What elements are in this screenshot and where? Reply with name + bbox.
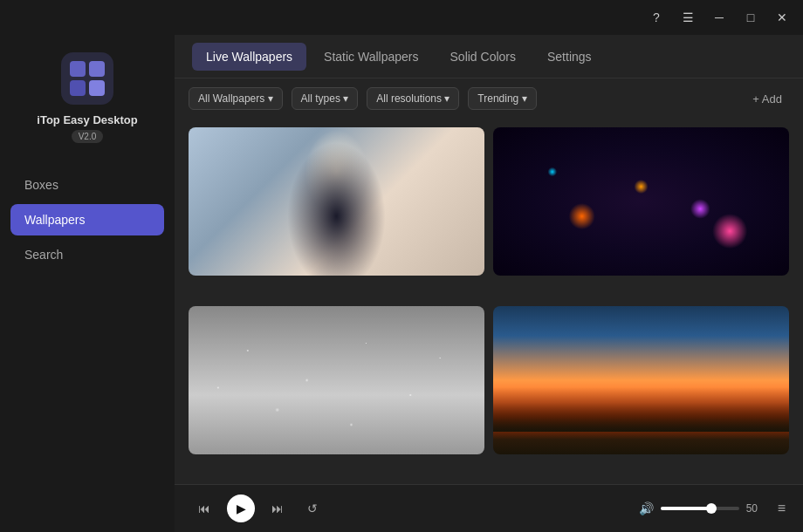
menu-button[interactable]: ☰ xyxy=(674,5,702,30)
logo-cell-1 xyxy=(70,61,86,77)
logo-cell-2 xyxy=(89,61,105,77)
content-area: Live Wallpapers Static Wallpapers Solid … xyxy=(175,35,803,532)
main-layout: iTop Easy Desktop V2.0 Boxes Wallpapers … xyxy=(0,35,803,532)
wallpaper-grid xyxy=(175,119,803,484)
logo-grid xyxy=(70,61,105,96)
repeat-button[interactable]: ↺ xyxy=(300,496,325,521)
logo-cell-3 xyxy=(70,80,86,96)
tabs-bar: Live Wallpapers Static Wallpapers Solid … xyxy=(175,35,803,78)
sidebar-item-search[interactable]: Search xyxy=(10,239,164,270)
volume-thumb xyxy=(706,503,717,514)
add-button[interactable]: + Add xyxy=(745,89,789,109)
app-name: iTop Easy Desktop xyxy=(37,113,137,126)
close-button[interactable]: ✕ xyxy=(768,5,796,30)
tab-static-wallpapers[interactable]: Static Wallpapers xyxy=(310,43,432,71)
version-badge: V2.0 xyxy=(72,130,104,143)
volume-value: 50 xyxy=(746,502,764,515)
app-logo xyxy=(61,52,113,105)
volume-fill xyxy=(661,507,712,510)
logo-cell-4 xyxy=(89,80,105,96)
wallpaper-rain-drops[interactable] xyxy=(189,306,484,454)
sidebar: iTop Easy Desktop V2.0 Boxes Wallpapers … xyxy=(0,35,175,532)
add-label: Add xyxy=(762,92,782,106)
filter-all-resolutions[interactable]: All resolutions ▾ xyxy=(367,87,459,110)
tab-live-wallpapers[interactable]: Live Wallpapers xyxy=(192,43,306,71)
tab-solid-colors[interactable]: Solid Colors xyxy=(436,43,530,71)
play-button[interactable]: ▶ xyxy=(227,494,255,522)
help-button[interactable]: ? xyxy=(642,5,670,30)
wallpaper-sunset-birds[interactable] xyxy=(493,306,789,454)
player-bar: ⏮ ▶ ⏭ ↺ 🔊 50 ≡ xyxy=(175,484,803,532)
playlist-icon[interactable]: ≡ xyxy=(778,501,786,516)
wallpaper-mushroom-forest[interactable] xyxy=(493,127,789,276)
volume-icon: 🔊 xyxy=(639,501,654,515)
sidebar-item-boxes[interactable]: Boxes xyxy=(10,169,164,201)
minimize-button[interactable]: ─ xyxy=(705,5,733,30)
filter-all-wallpapers[interactable]: All Wallpapers ▾ xyxy=(189,87,283,110)
maximize-button[interactable]: □ xyxy=(737,5,765,30)
filter-trending[interactable]: Trending ▾ xyxy=(468,87,536,110)
add-icon: + xyxy=(752,92,759,106)
title-bar: ? ☰ ─ □ ✕ xyxy=(0,0,803,35)
wallpaper-anime-girl[interactable] xyxy=(189,127,484,276)
volume-slider[interactable] xyxy=(661,507,739,510)
tab-settings[interactable]: Settings xyxy=(533,43,606,71)
sidebar-item-wallpapers[interactable]: Wallpapers xyxy=(10,204,164,235)
filter-all-types[interactable]: All types ▾ xyxy=(292,87,359,110)
filters-bar: All Wallpapers ▾ All types ▾ All resolut… xyxy=(175,78,803,119)
skip-back-button[interactable]: ⏮ xyxy=(192,496,216,521)
sidebar-nav: Boxes Wallpapers Search xyxy=(0,169,175,270)
skip-forward-button[interactable]: ⏭ xyxy=(265,496,290,521)
volume-section: 🔊 50 ≡ xyxy=(639,501,786,516)
